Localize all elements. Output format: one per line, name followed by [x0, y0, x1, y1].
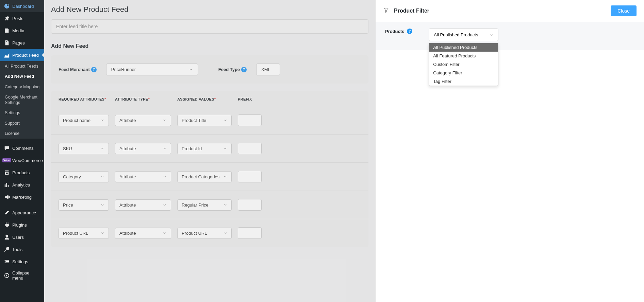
- nav-item-comments[interactable]: Comments: [0, 142, 44, 154]
- collapse-icon: [3, 272, 10, 279]
- chevron-down-icon: [100, 231, 104, 235]
- nav-label: Media: [12, 28, 24, 33]
- table-row: Category Attribute Product Categories: [51, 163, 368, 191]
- nav-item-dashboard[interactable]: Dashboard: [0, 0, 44, 12]
- nav-label: Dashboard: [12, 4, 34, 9]
- chevron-down-icon: [163, 231, 167, 235]
- help-icon[interactable]: ?: [241, 67, 247, 72]
- nav-item-woocommerce[interactable]: WooWooCommerce: [0, 154, 44, 166]
- products-dropdown: All Published ProductsAll Featured Produ…: [429, 43, 498, 86]
- required-attr-select[interactable]: Category: [59, 171, 109, 182]
- submenu-item-add-new-feed[interactable]: Add New Feed: [0, 71, 44, 82]
- nav-label: Comments: [12, 146, 34, 151]
- nav-label: Product Feed: [12, 53, 39, 58]
- panel-title: Product Filter: [394, 8, 429, 14]
- required-attr-select[interactable]: Product URL: [59, 228, 109, 239]
- dropdown-option[interactable]: Tag Filter: [429, 77, 498, 86]
- dropdown-option[interactable]: Custom Filter: [429, 60, 498, 69]
- nav-item-settings[interactable]: Settings: [0, 255, 44, 268]
- nav-item-plugins[interactable]: Plugins: [0, 219, 44, 231]
- nav-label: Pages: [12, 40, 25, 46]
- nav-item-tools[interactable]: Tools: [0, 243, 44, 255]
- panel-body: Products ? All Published Products All Pu…: [376, 22, 644, 50]
- help-icon[interactable]: ?: [91, 67, 97, 72]
- feed-type-select-value: XML: [261, 67, 270, 72]
- feed-type-select[interactable]: XML: [256, 64, 280, 75]
- chevron-down-icon: [223, 146, 227, 150]
- nav-item-media[interactable]: Media: [0, 24, 44, 37]
- nav-label: Plugins: [12, 223, 27, 228]
- nav-item-product-feed[interactable]: Product Feed: [0, 49, 44, 61]
- chevron-down-icon: [163, 146, 167, 150]
- nav-item-posts[interactable]: Posts: [0, 12, 44, 24]
- attr-type-select[interactable]: Attribute: [115, 115, 171, 126]
- attr-type-select[interactable]: Attribute: [115, 228, 171, 239]
- prefix-input[interactable]: [238, 171, 262, 182]
- help-icon[interactable]: ?: [407, 29, 412, 34]
- svg-point-0: [5, 273, 9, 278]
- required-attr-select[interactable]: Price: [59, 199, 109, 211]
- submenu-item-google-merchant-settings[interactable]: Google Merchant Settings: [0, 92, 44, 108]
- nav-label: Products: [12, 170, 30, 175]
- table-row: Price Attribute Regular Price: [51, 191, 368, 219]
- table-row: Product name Attribute Product Title: [51, 106, 368, 135]
- submenu-item-license[interactable]: License: [0, 128, 44, 139]
- chevron-down-icon: [223, 175, 227, 179]
- nav-label: Users: [12, 235, 24, 240]
- attr-type-select[interactable]: Attribute: [115, 143, 171, 154]
- assigned-value-select[interactable]: Regular Price: [177, 199, 232, 211]
- chevron-down-icon: [223, 203, 227, 207]
- nav-label: Tools: [12, 247, 22, 252]
- dropdown-option[interactable]: All Published Products: [429, 43, 498, 52]
- settings-icon: [3, 258, 10, 265]
- dropdown-option[interactable]: Category Filter: [429, 69, 498, 77]
- assigned-value-select[interactable]: Product URL: [177, 228, 232, 239]
- assigned-value-select[interactable]: Product Id: [177, 143, 232, 154]
- col-type: ATTRIBUTE TYPE: [115, 97, 148, 101]
- merchant-select[interactable]: PriceRunner: [106, 64, 198, 75]
- attributes-table: REQUIRED ATTRIBUTES* ATTRIBUTE TYPE* ASS…: [51, 91, 368, 247]
- nav-label: Appearance: [12, 210, 36, 215]
- dropdown-option[interactable]: All Featured Products: [429, 52, 498, 60]
- assigned-value-select[interactable]: Product Categories: [177, 171, 232, 182]
- nav-item-analytics[interactable]: Analytics: [0, 179, 44, 191]
- prefix-input[interactable]: [238, 199, 262, 211]
- comments-icon: [3, 145, 10, 152]
- feed-title-input[interactable]: [51, 19, 368, 34]
- table-header: REQUIRED ATTRIBUTES* ATTRIBUTE TYPE* ASS…: [51, 91, 368, 106]
- chevron-down-icon: [100, 146, 104, 150]
- required-attr-select[interactable]: Product name: [59, 115, 109, 126]
- submenu-item-settings[interactable]: Settings: [0, 108, 44, 118]
- assigned-value-select[interactable]: Product Title: [177, 115, 232, 126]
- nav-label: Posts: [12, 16, 23, 21]
- nav-item-marketing[interactable]: Marketing: [0, 191, 44, 203]
- nav-item-products[interactable]: Products: [0, 166, 44, 179]
- chevron-down-icon: [100, 175, 104, 179]
- close-button[interactable]: Close: [611, 5, 637, 16]
- chevron-down-icon: [223, 231, 227, 235]
- submenu-item-all-product-feeds[interactable]: All Product Feeds: [0, 61, 44, 71]
- products-select[interactable]: All Published Products: [429, 29, 498, 41]
- nav-label: Analytics: [12, 182, 30, 188]
- nav-label: WooCommerce: [12, 158, 43, 163]
- tools-icon: [3, 246, 10, 253]
- product-filter-panel: Product Filter Close Products ? All Publ…: [375, 0, 644, 302]
- dashboard-icon: [3, 3, 10, 10]
- attr-type-select[interactable]: Attribute: [115, 171, 171, 182]
- nav-item-pages[interactable]: Pages: [0, 37, 44, 49]
- required-attr-select[interactable]: SKU: [59, 143, 109, 154]
- pages-icon: [3, 39, 10, 46]
- media-icon: [3, 27, 10, 34]
- submenu-item-support[interactable]: Support: [0, 118, 44, 128]
- nav-label: Collapse menu: [12, 270, 41, 281]
- prefix-input[interactable]: [238, 143, 262, 154]
- prefix-input[interactable]: [238, 114, 262, 126]
- merchant-label: Feed Merchant: [59, 67, 90, 72]
- attr-type-select[interactable]: Attribute: [115, 199, 171, 211]
- prefix-input[interactable]: [238, 227, 262, 239]
- nav-item-users[interactable]: Users: [0, 231, 44, 243]
- submenu-item-category-mapping[interactable]: Category Mapping: [0, 82, 44, 92]
- nav-item-collapse-menu[interactable]: Collapse menu: [0, 268, 44, 283]
- nav-item-appearance[interactable]: Appearance: [0, 207, 44, 219]
- users-icon: [3, 234, 10, 241]
